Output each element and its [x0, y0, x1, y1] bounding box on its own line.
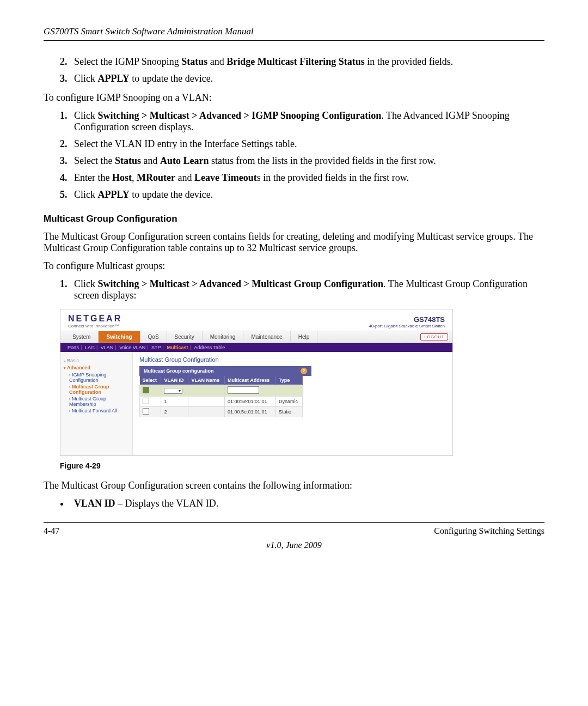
model-block: GS748TS 48-port Gigabit Stackable Smart … [369, 315, 445, 328]
sidebar-item-multicast-forward-all[interactable]: Multicast Forward All [69, 408, 129, 413]
subtab-stp[interactable]: STP [151, 345, 161, 350]
checkbox[interactable] [143, 398, 149, 404]
text: Switching > Multicast > Advanced > Multi… [98, 278, 383, 289]
multicast-address-input[interactable] [228, 386, 259, 394]
text: Bridge Multicast Filtering Status [226, 56, 364, 67]
paragraph: The Multicast Group Configuration screen… [44, 231, 544, 254]
text: Click [74, 189, 98, 200]
checkbox[interactable] [143, 387, 149, 393]
list-item: Click Switching > Multicast > Advanced >… [70, 110, 544, 133]
separator: | [96, 345, 97, 350]
list-item: Select the VLAN ID entry in the Interfac… [70, 138, 544, 150]
list-item: Click APPLY to update the device. [70, 189, 544, 200]
text: s in the provided fields in the first ro… [257, 172, 409, 183]
text: Select the VLAN ID entry in the Interfac… [74, 138, 297, 149]
text: Switching > Multicast > Advanced > IGMP … [98, 110, 382, 121]
doc-header: GS700TS Smart Switch Software Administra… [44, 26, 544, 41]
steps-group: Click Switching > Multicast > Advanced >… [44, 278, 544, 301]
cell-vlan-name [188, 407, 225, 417]
help-icon[interactable]: ? [301, 368, 307, 374]
bullet-list: VLAN ID – Displays the VLAN ID. [44, 498, 544, 509]
brand: NETGEAR Connect with Innovation™ [68, 314, 122, 328]
cell-type [275, 385, 302, 397]
col-vlan-name: VLAN Name [188, 376, 225, 385]
checkbox[interactable] [143, 408, 149, 415]
text: Click [74, 110, 98, 121]
text: Click [74, 73, 98, 84]
text: and [207, 56, 226, 67]
subtab-multicast[interactable]: Multicast [167, 345, 188, 350]
text: Status [115, 155, 141, 166]
text: Enter the [74, 172, 112, 183]
cell-select [140, 385, 161, 397]
col-type: Type [275, 376, 302, 385]
col-multicast-address: Multicast Address [225, 376, 276, 385]
tab-maintenance[interactable]: Maintenance [243, 331, 290, 343]
text: and [175, 172, 194, 183]
text: APPLY [98, 189, 130, 200]
page-title: Multicast Group Configuration [139, 356, 446, 363]
separator: | [163, 345, 164, 350]
page-number: 4-47 [44, 526, 59, 536]
cell-vlan-name [188, 397, 225, 407]
field-label: VLAN ID [74, 498, 115, 509]
main-tabs: System Switching QoS Security Monitoring… [60, 331, 452, 343]
text: MRouter [137, 172, 175, 183]
vlan-id-dropdown[interactable]: ▾ [164, 388, 182, 394]
subtab-vlan[interactable]: VLAN [101, 345, 114, 350]
separator: | [147, 345, 148, 350]
cell-multicast-address: 01:00:5e:01:01:01 [225, 397, 276, 407]
tab-monitoring[interactable]: Monitoring [203, 331, 244, 343]
list-item: Select the IGMP Snooping Status and Brid… [70, 56, 544, 68]
cell-multicast-address: 01:00:5e:01:01:01 [225, 407, 276, 417]
subtab-voice-vlan[interactable]: Voice VLAN [119, 345, 145, 350]
text: Status [181, 56, 207, 67]
figure: NETGEAR Connect with Innovation™ GS748TS… [60, 309, 544, 456]
text: Click [74, 278, 98, 289]
footer-right: Configuring Switching Settings [434, 526, 544, 536]
version-line: v1.0, June 2009 [44, 540, 544, 550]
subtab-ports[interactable]: Ports [68, 345, 79, 350]
paragraph: The Multicast Group Configuration screen… [44, 480, 544, 491]
tab-switching[interactable]: Switching [99, 331, 140, 343]
text: Select the [74, 155, 115, 166]
panel-title-bar: Multicast Group configuration ? [139, 366, 311, 376]
list-item: VLAN ID – Displays the VLAN ID. [70, 498, 544, 509]
cell-multicast-address [225, 385, 276, 397]
logout-button[interactable]: LOGOUT [420, 333, 448, 340]
section-heading: Multicast Group Configuration [44, 214, 544, 224]
text: to update the device. [130, 73, 213, 84]
sidebar-item-multicast-group-membership[interactable]: Multicast Group Membership [69, 396, 129, 407]
text: Host [112, 172, 132, 183]
sidebar-item-igmp-snooping[interactable]: IGMP Snooping Configuration [69, 372, 129, 383]
cell-select [140, 397, 161, 407]
tab-security[interactable]: Security [167, 331, 203, 343]
subtab-lag[interactable]: LAG [85, 345, 95, 350]
tab-help[interactable]: Help [291, 331, 318, 343]
model-desc: 48-port Gigabit Stackable Smart Switch [369, 324, 445, 328]
model-number: GS748TS [369, 315, 445, 324]
table-header-row: Select VLAN ID VLAN Name Multicast Addre… [140, 376, 303, 385]
cell-vlan-id: ▾ [161, 385, 188, 397]
separator: | [115, 345, 116, 350]
tab-qos[interactable]: QoS [140, 331, 167, 343]
figure-caption: Figure 4-29 [60, 461, 544, 470]
cell-type: Dynamic [275, 397, 302, 407]
cell-vlan-id: 2 [161, 407, 188, 417]
text: in the provided fields. [365, 56, 453, 67]
table-input-row: ▾ [140, 385, 303, 397]
paragraph: To configure Multicast groups: [44, 260, 544, 272]
panel-title-text: Multicast Group configuration [144, 368, 214, 374]
app-body: Basic Advanced IGMP Snooping Configurati… [60, 352, 452, 455]
sub-tabs: Ports| LAG| VLAN| Voice VLAN| STP| Multi… [60, 343, 452, 352]
text: Auto Learn [160, 155, 209, 166]
list-item: Click Switching > Multicast > Advanced >… [70, 278, 544, 301]
sidebar-section-basic[interactable]: Basic [64, 358, 129, 363]
cell-vlan-id: 1 [161, 397, 188, 407]
text: and [141, 155, 160, 166]
tab-system[interactable]: System [65, 331, 99, 343]
text: APPLY [98, 73, 130, 84]
sidebar-section-advanced[interactable]: Advanced [64, 365, 129, 370]
sidebar-item-multicast-group-config[interactable]: Multicast Group Configuration [69, 384, 129, 395]
subtab-address-table[interactable]: Address Table [194, 345, 225, 350]
